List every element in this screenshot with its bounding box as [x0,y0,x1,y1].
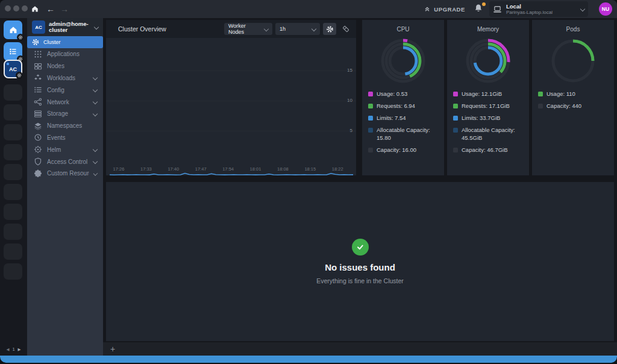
legend-label: Allocatable Capacity: 15.80 [377,126,441,142]
cluster-sidebar: AC admin@home-cluster ClusterApplication… [27,18,103,356]
sidebar-item-helm[interactable]: Helm [27,143,103,155]
legend-item: Usage: 12.1GiB [453,90,526,98]
legend-swatch [453,128,458,133]
upgrade-button[interactable]: UPGRADE [424,0,465,18]
context-subtitle: Parinyas-Laptop.local [506,10,553,15]
hotbar-catalog-button[interactable] [4,42,22,61]
chevron-down-icon [93,159,98,164]
legend-swatch [368,92,373,96]
laptop-icon [493,5,502,13]
cluster-initials: AC [9,66,17,72]
active-dot [7,63,9,65]
donut-legend: Usage: 110Capacity: 440 [538,90,611,114]
legend-label: Requests: 17.1GiB [462,102,510,110]
chevron-down-icon [94,25,99,30]
legend-label: Capacity: 46.7GiB [462,146,508,154]
sidebar-item-label: Config [47,87,64,93]
prev-page-button[interactable]: ◀ [6,347,9,352]
storage-icon [34,110,42,118]
helm-icon [34,145,42,154]
legend-label: Capacity: 440 [547,102,581,110]
hotbar-empty-slot [4,124,22,140]
window-close-button[interactable] [5,5,11,11]
hotbar-empty-slot [4,104,22,121]
cluster-header[interactable]: AC admin@home-cluster [27,18,103,36]
sidebar-item-label: Nodes [47,63,64,69]
hotbar-empty-slot [4,204,22,220]
sidebar-item-label: Network [47,99,69,105]
forward-button[interactable]: → [57,0,72,18]
notifications-button[interactable] [474,3,486,15]
next-page-button[interactable]: ▶ [18,347,21,352]
cpu-donut-card: CPUUsage: 0.53Requests: 6.94Limits: 7.54… [362,20,444,175]
context-labels: Local Parinyas-Laptop.local [506,4,553,15]
terminal-dock: + [103,342,617,356]
hotbar-empty-slot [4,263,22,280]
legend-item: Allocatable Capacity: 45.5GiB [453,126,526,142]
legend-item: Limits: 7.54 [368,114,441,122]
user-avatar[interactable]: NU [599,2,612,16]
hotbar-empty-slot [4,164,22,180]
legend-item: Requests: 17.1GiB [453,102,526,110]
config-icon [34,86,42,94]
sidebar-item-storage[interactable]: Storage [27,108,103,120]
hotbar-empty-slot [4,184,22,200]
hotbar-home-button[interactable] [4,20,22,39]
sidebar-item-custom-resources[interactable]: Custom Resources [27,168,103,180]
window-minimize-button[interactable] [13,5,19,11]
titlebar: ← → UPGRADE Local Parinyas-Laptop.lo [0,0,617,18]
sidebar-item-cluster[interactable]: Cluster [27,36,103,48]
cluster-metrics-chart-card: Cluster Overview Worker Nodes 1h [106,20,356,175]
sidebar-item-label: Access Control [47,158,87,165]
new-tab-button[interactable]: + [110,345,115,353]
cluster-context-selector[interactable]: Local Parinyas-Laptop.local [489,1,588,17]
back-button[interactable]: ← [43,0,58,18]
sidebar-item-access-control[interactable]: Access Control [27,155,103,168]
sidebar-item-network[interactable]: Network [27,96,103,108]
sidebar-item-label: Custom Resources [47,170,89,177]
chevron-down-icon [93,87,98,92]
catalog-icon [8,47,17,56]
chevron-down-icon [93,75,98,80]
sidebar-menu: ClusterApplicationsNodesWorkloadsConfigN… [27,36,103,180]
donut-legend: Usage: 0.53Requests: 6.94Limits: 7.54All… [368,90,441,158]
sidebar-item-events[interactable]: Events [27,132,103,144]
app-window: ← → UPGRADE Local Parinyas-Laptop.lo [0,0,617,363]
upgrade-label: UPGRADE [434,6,465,13]
donut-legend: Usage: 12.1GiBRequests: 17.1GiBLimits: 3… [453,90,526,158]
status-bar [0,356,617,363]
home-button[interactable] [28,0,42,18]
chevron-down-icon [580,7,585,11]
hotbar-empty-slot [4,224,22,240]
applications-icon [34,50,42,58]
page-number: 1 [12,347,14,352]
legend-label: Limits: 7.54 [377,114,406,122]
hotbar-empty-slot [4,144,22,160]
legend-item: Requests: 6.94 [368,102,441,110]
legend-label: Usage: 0.53 [377,90,407,98]
cpu-donut-chart [370,28,436,94]
sidebar-item-label: Workloads [47,75,75,81]
window-zoom-button[interactable] [22,5,28,11]
sidebar-item-applications[interactable]: Applications [27,48,103,60]
sidebar-item-workloads[interactable]: Workloads [27,72,103,84]
chevron-down-icon [93,99,98,104]
issues-title: No issues found [325,262,395,272]
sidebar-item-label: Cluster [43,39,61,45]
sidebar-item-nodes[interactable]: Nodes [27,60,103,72]
sidebar-item-namespaces[interactable]: Namespaces [27,120,103,132]
sidebar-item-config[interactable]: Config [27,84,103,96]
legend-swatch [538,104,543,108]
pods-donut-card: PodsUsage: 110Capacity: 440 [532,20,614,175]
sidebar-item-label: Events [47,134,66,141]
legend-label: Capacity: 16.00 [377,146,416,154]
hotbar-active-cluster-button[interactable]: AC [4,60,22,78]
events-icon [34,133,42,142]
cluster-avatar: AC [32,20,45,34]
home-icon [31,5,39,13]
hotbar-empty-slot [4,243,22,260]
legend-item: Usage: 110 [538,90,611,98]
custom-resources-icon [34,169,42,178]
legend-item: Capacity: 46.7GiB [453,146,526,154]
legend-label: Limits: 33.7GiB [462,114,500,122]
